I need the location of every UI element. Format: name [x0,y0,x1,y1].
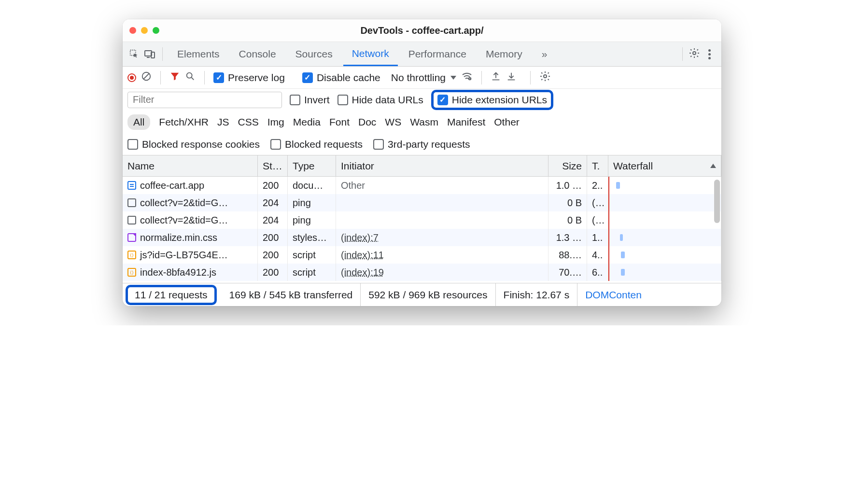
filter-input[interactable] [127,92,282,108]
cell-initiator: (index):19 [336,264,549,281]
download-icon[interactable] [506,71,517,84]
cell-initiator [336,211,549,229]
table-row[interactable]: coffee-cart.app 200 docu… Other 1.0 … 2.… [123,177,721,194]
traffic-lights [129,27,159,34]
table-row[interactable]: index-8bfa4912.js 200 script (index):19 … [123,264,721,281]
filter-media[interactable]: Media [293,116,321,128]
maximize-button[interactable] [153,27,159,34]
cell-initiator: (index):7 [336,229,549,246]
filter-icon[interactable] [169,71,180,84]
tab-elements[interactable]: Elements [169,42,228,66]
col-waterfall-label: Waterfall [613,160,653,172]
filter-doc[interactable]: Doc [358,116,376,128]
cell-name: index-8bfa4912.js [123,264,258,281]
filter-img[interactable]: Img [267,116,284,128]
cell-waterfall [608,264,721,281]
cell-time: (… [587,194,608,211]
cell-name: normalize.min.css [123,229,258,246]
checkbox-icon [338,95,348,105]
tabs-overflow[interactable]: » [533,42,556,66]
blocked-cookies-checkbox[interactable]: Blocked response cookies [127,139,260,150]
finish-time: Finish: 12.67 s [496,283,578,306]
col-status[interactable]: St… [258,155,288,176]
cell-status: 204 [258,211,288,229]
record-button[interactable] [127,73,136,82]
devtools-window: DevTools - coffee-cart.app/ Elements Con… [123,19,721,306]
filter-font[interactable]: Font [329,116,350,128]
cell-status: 200 [258,264,288,281]
col-type[interactable]: Type [288,155,336,176]
device-icon[interactable] [143,48,156,60]
more-icon[interactable] [707,49,712,59]
tab-console[interactable]: Console [230,42,285,66]
network-conditions-icon[interactable] [461,70,473,84]
table-row[interactable]: collect?v=2&tid=G… 204 ping 0 B (… [123,211,721,229]
tab-network[interactable]: Network [343,42,398,66]
third-party-checkbox[interactable]: 3rd-party requests [373,139,470,150]
hide-ext-label: Hide extension URLs [452,94,547,106]
tab-performance[interactable]: Performance [400,42,475,66]
col-initiator[interactable]: Initiator [336,155,549,176]
filter-js[interactable]: JS [217,116,229,128]
filter-all[interactable]: All [127,114,150,130]
table-row[interactable]: js?id=G-LB75G4E… 200 script (index):11 8… [123,246,721,264]
table-row[interactable]: collect?v=2&tid=G… 204 ping 0 B (… [123,194,721,211]
invert-label: Invert [304,94,330,106]
status-bar: 11 / 21 requests 169 kB / 545 kB transfe… [123,283,721,306]
svg-rect-1 [145,51,152,56]
cell-time: 6.. [587,264,608,281]
request-name: coffee-cart.app [140,180,204,191]
tab-memory[interactable]: Memory [477,42,531,66]
svg-point-5 [187,73,192,78]
cell-initiator [336,194,549,211]
filter-other[interactable]: Other [494,116,520,128]
invert-checkbox[interactable]: Invert [290,94,330,106]
col-time[interactable]: T. [587,155,608,176]
tab-sources[interactable]: Sources [287,42,341,66]
disable-cache-checkbox[interactable]: Disable cache [302,72,380,84]
filter-ws[interactable]: WS [385,116,401,128]
checkbox-icon [302,72,313,83]
cell-size: 88.… [549,246,587,264]
file-icon [127,216,136,224]
checkbox-icon [213,72,224,83]
domcontentloaded-link[interactable]: DOMConten [577,283,649,306]
file-icon [127,233,136,242]
cell-name: collect?v=2&tid=G… [123,194,258,211]
close-button[interactable] [129,27,136,34]
filter-css[interactable]: CSS [238,116,259,128]
settings-icon[interactable] [689,47,700,61]
third-party-label: 3rd-party requests [388,139,470,150]
upload-icon[interactable] [491,71,501,84]
cell-time: 1.. [587,229,608,246]
inspect-icon[interactable] [127,49,141,59]
file-icon [127,181,136,190]
throttling-select[interactable]: No throttling [391,72,456,84]
filter-wasm[interactable]: Wasm [410,116,438,128]
blocked-requests-checkbox[interactable]: Blocked requests [270,139,363,150]
panel-settings-icon[interactable] [539,70,551,84]
minimize-button[interactable] [141,27,148,34]
table-row[interactable]: normalize.min.css 200 styles… (index):7 … [123,229,721,246]
main-tabs: Elements Console Sources Network Perform… [123,42,721,67]
filter-manifest[interactable]: Manifest [447,116,485,128]
preserve-log-checkbox[interactable]: Preserve log [213,72,285,84]
search-icon[interactable] [185,71,196,84]
network-toolbar: Preserve log Disable cache No throttling [123,67,721,89]
hide-extension-urls-checkbox[interactable]: Hide extension URLs [437,94,547,106]
hide-extension-highlight: Hide extension URLs [431,90,553,110]
file-icon [127,198,136,207]
col-waterfall[interactable]: Waterfall [608,155,721,176]
cell-status: 200 [258,229,288,246]
table-header: Name St… Type Initiator Size T. Waterfal… [123,155,721,177]
cell-waterfall [608,211,721,229]
resource-type-filters: All Fetch/XHR JS CSS Img Media Font Doc … [123,111,721,133]
checkbox-icon [373,139,384,150]
cell-size: 1.3 … [549,229,587,246]
clear-button[interactable] [141,71,152,84]
col-size[interactable]: Size [549,155,587,176]
col-name[interactable]: Name [123,155,258,176]
preserve-log-label: Preserve log [228,72,285,84]
filter-fetch-xhr[interactable]: Fetch/XHR [159,116,209,128]
hide-data-urls-checkbox[interactable]: Hide data URLs [338,94,423,106]
